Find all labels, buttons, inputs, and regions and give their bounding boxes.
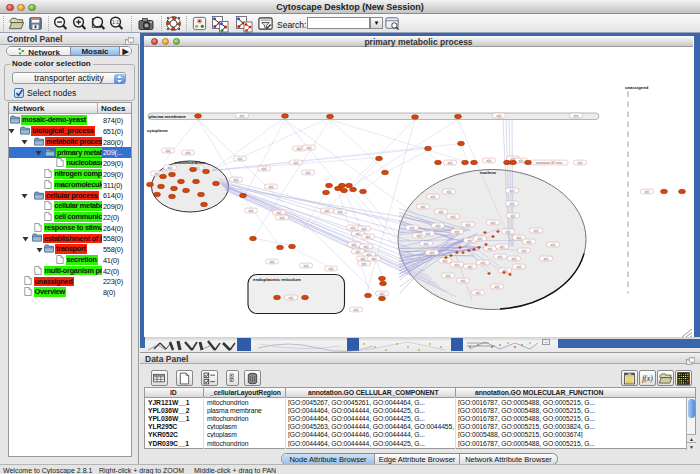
svg-text:x(x): x(x) — [307, 145, 312, 149]
svg-text:x(x): x(x) — [500, 244, 505, 248]
svg-text:x(x): x(x) — [297, 146, 302, 150]
svg-text:x(x): x(x) — [424, 241, 429, 245]
svg-text:x(x): x(x) — [476, 290, 481, 294]
svg-text:x(x): x(x) — [512, 256, 517, 260]
svg-text:x(x): x(x) — [294, 160, 299, 164]
svg-text:x(x): x(x) — [249, 208, 254, 212]
svg-text:x(x): x(x) — [510, 188, 515, 192]
svg-text:mitochondrion: mitochondrion — [175, 160, 206, 165]
svg-text:endoplasmic reticulum: endoplasmic reticulum — [253, 277, 301, 282]
svg-text:x(x): x(x) — [534, 228, 539, 232]
svg-text:x(x): x(x) — [270, 259, 275, 263]
svg-text:x(x): x(x) — [455, 229, 460, 233]
svg-text:x(x): x(x) — [372, 256, 377, 260]
svg-text:x(x): x(x) — [277, 210, 282, 214]
svg-text:x(x): x(x) — [574, 113, 579, 117]
svg-text:x(x): x(x) — [522, 248, 527, 252]
svg-text:unassigned: unassigned — [625, 84, 649, 89]
svg-text:x(x): x(x) — [447, 189, 452, 193]
svg-text:x(x): x(x) — [431, 194, 436, 198]
svg-text:x(x): x(x) — [446, 273, 451, 277]
svg-text:x(x): x(x) — [338, 209, 343, 213]
svg-text:x(x): x(x) — [364, 244, 369, 248]
svg-text:x(x): x(x) — [262, 166, 267, 170]
svg-text:x(x): x(x) — [527, 239, 532, 243]
svg-text:x(x): x(x) — [451, 214, 456, 218]
svg-text:x(x): x(x) — [468, 264, 473, 268]
svg-text:x(x): x(x) — [466, 222, 471, 226]
svg-text:x(x): x(x) — [280, 215, 285, 219]
svg-text:x(x): x(x) — [436, 223, 441, 227]
svg-text:x(x): x(x) — [468, 238, 473, 242]
svg-text:x(x): x(x) — [578, 160, 583, 164]
svg-text:x(x): x(x) — [519, 158, 524, 162]
svg-text:x(x): x(x) — [362, 261, 367, 265]
svg-text:x(x): x(x) — [325, 208, 330, 212]
svg-text:x(x): x(x) — [439, 209, 444, 213]
svg-text:x(x): x(x) — [510, 201, 515, 205]
svg-text:x(x): x(x) — [362, 226, 367, 230]
svg-text:plasma membrane: plasma membrane — [149, 114, 186, 119]
svg-text:x(x): x(x) — [448, 160, 453, 164]
svg-text:x(x): x(x) — [551, 242, 556, 246]
svg-text:x(x): x(x) — [645, 189, 650, 193]
svg-text:x(x): x(x) — [455, 262, 460, 266]
svg-text:x(x): x(x) — [166, 148, 171, 152]
svg-text:x(x): x(x) — [304, 263, 309, 267]
svg-text:1:1: 1:1 — [112, 20, 119, 25]
svg-text:x(x): x(x) — [155, 171, 160, 175]
svg-text:x(x): x(x) — [329, 266, 334, 270]
svg-text:x(x): x(x) — [380, 291, 385, 295]
svg-text:x(x): x(x) — [487, 158, 492, 162]
svg-text:x(x): x(x) — [544, 256, 549, 260]
svg-text:f(x): f(x) — [642, 374, 653, 383]
svg-text:x(x): x(x) — [351, 225, 356, 229]
svg-text:x(x): x(x) — [426, 231, 431, 235]
svg-text:x(x): x(x) — [238, 156, 243, 160]
svg-text:x(x): x(x) — [356, 231, 361, 235]
svg-text:x(x): x(x) — [234, 177, 239, 181]
svg-text:x(x): x(x) — [354, 307, 359, 311]
svg-text:x(x): x(x) — [410, 225, 415, 229]
svg-text:x(x): x(x) — [417, 233, 422, 237]
svg-text:x(x): x(x) — [498, 254, 503, 258]
svg-text:x(x): x(x) — [495, 284, 500, 288]
svg-text:x(x): x(x) — [240, 113, 245, 117]
svg-text:x(x): x(x) — [356, 249, 361, 253]
svg-text:x(x): x(x) — [461, 278, 466, 282]
svg-text:x(x): x(x) — [421, 204, 426, 208]
svg-text:x(x): x(x) — [506, 229, 511, 233]
svg-text:x(x): x(x) — [511, 213, 516, 217]
svg-text:x(x): x(x) — [488, 246, 493, 250]
svg-text:x(x): x(x) — [352, 242, 357, 246]
svg-text:x(x): x(x) — [430, 250, 435, 254]
svg-text:x(x): x(x) — [306, 170, 311, 174]
svg-text:x(x): x(x) — [289, 295, 294, 299]
svg-text:x(x): x(x) — [366, 234, 371, 238]
svg-text:x(x): x(x) — [361, 256, 366, 260]
svg-text:x(x): x(x) — [186, 150, 191, 154]
svg-text:x(x): x(x) — [168, 165, 173, 169]
svg-text:nucleus: nucleus — [480, 170, 497, 175]
svg-text:x(x): x(x) — [443, 258, 448, 262]
svg-text:x(x): x(x) — [517, 235, 522, 239]
svg-text:x(x): x(x) — [481, 260, 486, 264]
svg-text:x(x): x(x) — [497, 113, 502, 117]
svg-text:x(x): x(x) — [478, 236, 483, 240]
svg-text:x(x): x(x) — [491, 220, 496, 224]
svg-text:x(x): x(x) — [269, 184, 274, 188]
svg-text:x(x): x(x) — [517, 264, 522, 268]
svg-text:cytoplasm: cytoplasm — [147, 127, 168, 132]
svg-text:annotation.GO xxxx: annotation.GO xxxx — [536, 160, 563, 164]
